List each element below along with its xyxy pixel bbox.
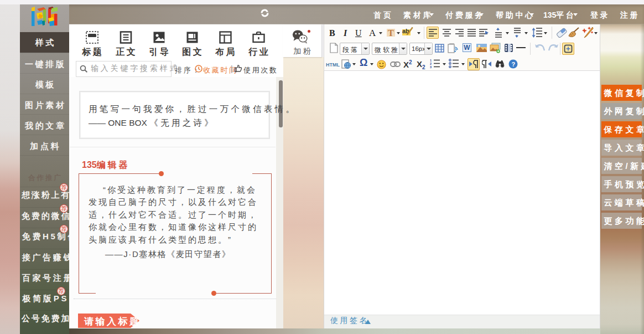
svg-text:?: ?: [512, 61, 516, 68]
svg-text:3: 3: [430, 65, 432, 68]
